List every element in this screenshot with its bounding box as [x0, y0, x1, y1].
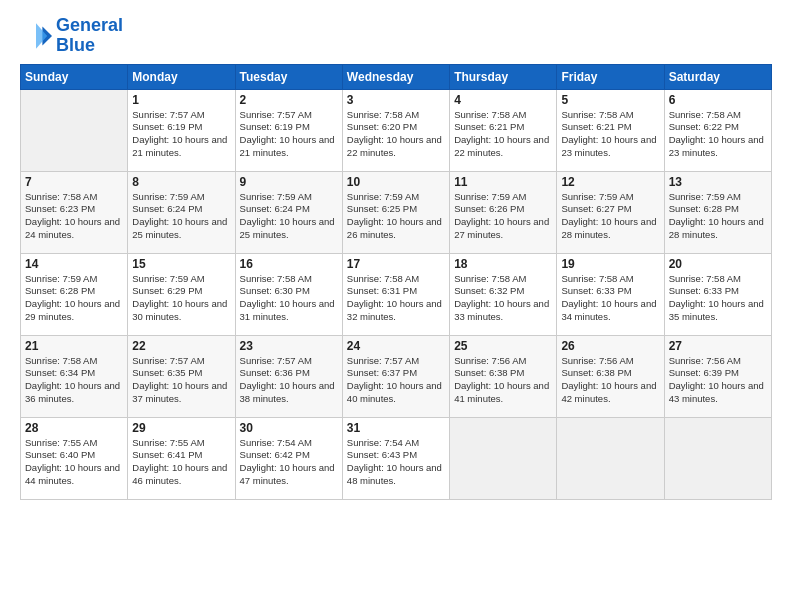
calendar-day-cell: 14Sunrise: 7:59 AMSunset: 6:28 PMDayligh… [21, 253, 128, 335]
calendar-day-cell: 27Sunrise: 7:56 AMSunset: 6:39 PMDayligh… [664, 335, 771, 417]
day-number: 7 [25, 175, 123, 189]
day-number: 4 [454, 93, 552, 107]
calendar-day-cell: 20Sunrise: 7:58 AMSunset: 6:33 PMDayligh… [664, 253, 771, 335]
day-info: Sunrise: 7:58 AMSunset: 6:31 PMDaylight:… [347, 273, 445, 324]
day-number: 16 [240, 257, 338, 271]
calendar-week-row: 21Sunrise: 7:58 AMSunset: 6:34 PMDayligh… [21, 335, 772, 417]
calendar-day-cell: 19Sunrise: 7:58 AMSunset: 6:33 PMDayligh… [557, 253, 664, 335]
calendar-day-cell: 22Sunrise: 7:57 AMSunset: 6:35 PMDayligh… [128, 335, 235, 417]
calendar-week-row: 14Sunrise: 7:59 AMSunset: 6:28 PMDayligh… [21, 253, 772, 335]
calendar-day-cell: 4Sunrise: 7:58 AMSunset: 6:21 PMDaylight… [450, 89, 557, 171]
calendar-day-cell: 24Sunrise: 7:57 AMSunset: 6:37 PMDayligh… [342, 335, 449, 417]
day-info: Sunrise: 7:59 AMSunset: 6:24 PMDaylight:… [132, 191, 230, 242]
day-info: Sunrise: 7:58 AMSunset: 6:22 PMDaylight:… [669, 109, 767, 160]
calendar-day-cell: 16Sunrise: 7:58 AMSunset: 6:30 PMDayligh… [235, 253, 342, 335]
day-info: Sunrise: 7:57 AMSunset: 6:19 PMDaylight:… [240, 109, 338, 160]
calendar-day-cell: 2Sunrise: 7:57 AMSunset: 6:19 PMDaylight… [235, 89, 342, 171]
calendar-day-cell: 9Sunrise: 7:59 AMSunset: 6:24 PMDaylight… [235, 171, 342, 253]
weekday-header-cell: Wednesday [342, 64, 449, 89]
calendar-day-cell: 6Sunrise: 7:58 AMSunset: 6:22 PMDaylight… [664, 89, 771, 171]
calendar-week-row: 7Sunrise: 7:58 AMSunset: 6:23 PMDaylight… [21, 171, 772, 253]
calendar-day-cell: 15Sunrise: 7:59 AMSunset: 6:29 PMDayligh… [128, 253, 235, 335]
day-number: 3 [347, 93, 445, 107]
weekday-header-cell: Monday [128, 64, 235, 89]
calendar-day-cell: 25Sunrise: 7:56 AMSunset: 6:38 PMDayligh… [450, 335, 557, 417]
weekday-header-row: SundayMondayTuesdayWednesdayThursdayFrid… [21, 64, 772, 89]
day-info: Sunrise: 7:58 AMSunset: 6:33 PMDaylight:… [669, 273, 767, 324]
header: General Blue [20, 16, 772, 56]
day-info: Sunrise: 7:59 AMSunset: 6:26 PMDaylight:… [454, 191, 552, 242]
day-info: Sunrise: 7:55 AMSunset: 6:40 PMDaylight:… [25, 437, 123, 488]
day-number: 31 [347, 421, 445, 435]
svg-marker-1 [36, 23, 47, 49]
calendar-day-cell: 23Sunrise: 7:57 AMSunset: 6:36 PMDayligh… [235, 335, 342, 417]
day-number: 2 [240, 93, 338, 107]
day-number: 9 [240, 175, 338, 189]
calendar-day-cell [557, 417, 664, 499]
day-info: Sunrise: 7:58 AMSunset: 6:23 PMDaylight:… [25, 191, 123, 242]
day-number: 25 [454, 339, 552, 353]
calendar-day-cell [21, 89, 128, 171]
day-info: Sunrise: 7:58 AMSunset: 6:20 PMDaylight:… [347, 109, 445, 160]
calendar-day-cell: 30Sunrise: 7:54 AMSunset: 6:42 PMDayligh… [235, 417, 342, 499]
day-info: Sunrise: 7:55 AMSunset: 6:41 PMDaylight:… [132, 437, 230, 488]
day-number: 17 [347, 257, 445, 271]
day-number: 6 [669, 93, 767, 107]
calendar-day-cell: 26Sunrise: 7:56 AMSunset: 6:38 PMDayligh… [557, 335, 664, 417]
calendar-day-cell: 21Sunrise: 7:58 AMSunset: 6:34 PMDayligh… [21, 335, 128, 417]
day-info: Sunrise: 7:54 AMSunset: 6:42 PMDaylight:… [240, 437, 338, 488]
day-info: Sunrise: 7:58 AMSunset: 6:21 PMDaylight:… [561, 109, 659, 160]
day-info: Sunrise: 7:56 AMSunset: 6:38 PMDaylight:… [454, 355, 552, 406]
day-number: 27 [669, 339, 767, 353]
day-number: 22 [132, 339, 230, 353]
calendar-day-cell: 7Sunrise: 7:58 AMSunset: 6:23 PMDaylight… [21, 171, 128, 253]
calendar-day-cell [450, 417, 557, 499]
day-number: 28 [25, 421, 123, 435]
calendar-day-cell [664, 417, 771, 499]
weekday-header-cell: Friday [557, 64, 664, 89]
day-info: Sunrise: 7:57 AMSunset: 6:36 PMDaylight:… [240, 355, 338, 406]
day-number: 20 [669, 257, 767, 271]
logo: General Blue [20, 16, 123, 56]
day-number: 12 [561, 175, 659, 189]
day-number: 5 [561, 93, 659, 107]
day-number: 15 [132, 257, 230, 271]
logo-text: General Blue [56, 16, 123, 56]
day-info: Sunrise: 7:57 AMSunset: 6:35 PMDaylight:… [132, 355, 230, 406]
calendar-day-cell: 1Sunrise: 7:57 AMSunset: 6:19 PMDaylight… [128, 89, 235, 171]
day-info: Sunrise: 7:56 AMSunset: 6:39 PMDaylight:… [669, 355, 767, 406]
day-number: 23 [240, 339, 338, 353]
calendar-day-cell: 28Sunrise: 7:55 AMSunset: 6:40 PMDayligh… [21, 417, 128, 499]
day-number: 10 [347, 175, 445, 189]
day-info: Sunrise: 7:58 AMSunset: 6:32 PMDaylight:… [454, 273, 552, 324]
day-number: 18 [454, 257, 552, 271]
calendar-day-cell: 18Sunrise: 7:58 AMSunset: 6:32 PMDayligh… [450, 253, 557, 335]
calendar-day-cell: 8Sunrise: 7:59 AMSunset: 6:24 PMDaylight… [128, 171, 235, 253]
calendar-day-cell: 5Sunrise: 7:58 AMSunset: 6:21 PMDaylight… [557, 89, 664, 171]
calendar-day-cell: 17Sunrise: 7:58 AMSunset: 6:31 PMDayligh… [342, 253, 449, 335]
day-info: Sunrise: 7:57 AMSunset: 6:19 PMDaylight:… [132, 109, 230, 160]
day-number: 30 [240, 421, 338, 435]
day-number: 26 [561, 339, 659, 353]
calendar-week-row: 28Sunrise: 7:55 AMSunset: 6:40 PMDayligh… [21, 417, 772, 499]
day-info: Sunrise: 7:59 AMSunset: 6:28 PMDaylight:… [669, 191, 767, 242]
calendar-table: SundayMondayTuesdayWednesdayThursdayFrid… [20, 64, 772, 500]
calendar-day-cell: 12Sunrise: 7:59 AMSunset: 6:27 PMDayligh… [557, 171, 664, 253]
weekday-header-cell: Sunday [21, 64, 128, 89]
day-info: Sunrise: 7:56 AMSunset: 6:38 PMDaylight:… [561, 355, 659, 406]
calendar-week-row: 1Sunrise: 7:57 AMSunset: 6:19 PMDaylight… [21, 89, 772, 171]
day-number: 29 [132, 421, 230, 435]
day-info: Sunrise: 7:59 AMSunset: 6:24 PMDaylight:… [240, 191, 338, 242]
calendar-day-cell: 29Sunrise: 7:55 AMSunset: 6:41 PMDayligh… [128, 417, 235, 499]
calendar-body: 1Sunrise: 7:57 AMSunset: 6:19 PMDaylight… [21, 89, 772, 499]
calendar-day-cell: 10Sunrise: 7:59 AMSunset: 6:25 PMDayligh… [342, 171, 449, 253]
weekday-header-cell: Tuesday [235, 64, 342, 89]
page: General Blue SundayMondayTuesdayWednesda… [0, 0, 792, 510]
calendar-day-cell: 11Sunrise: 7:59 AMSunset: 6:26 PMDayligh… [450, 171, 557, 253]
day-number: 14 [25, 257, 123, 271]
day-info: Sunrise: 7:58 AMSunset: 6:33 PMDaylight:… [561, 273, 659, 324]
day-number: 19 [561, 257, 659, 271]
day-number: 11 [454, 175, 552, 189]
day-info: Sunrise: 7:58 AMSunset: 6:21 PMDaylight:… [454, 109, 552, 160]
day-number: 8 [132, 175, 230, 189]
